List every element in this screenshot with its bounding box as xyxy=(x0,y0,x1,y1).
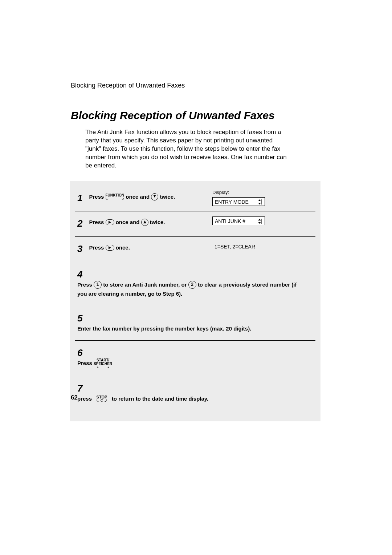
text: to return to the date and time display. xyxy=(112,396,208,402)
text: twice. xyxy=(160,194,175,200)
running-head: Blocking Reception of Unwanted Faxes xyxy=(71,82,325,89)
updown-arrows-icon xyxy=(257,218,262,224)
updown-arrows-icon xyxy=(257,199,262,205)
svg-marker-3 xyxy=(258,219,261,220)
step-4: 4 Press 1 to store an Anti Junk number, … xyxy=(75,262,315,306)
two-key-icon: 2 xyxy=(188,281,196,289)
right-key-icon xyxy=(106,245,114,251)
page-title: Blocking Reception of Unwanted Faxes xyxy=(71,109,325,122)
display-column: 1=SET, 2=CLEAR xyxy=(212,243,269,250)
lcd-display: ENTRY MODE xyxy=(212,197,265,206)
step-instruction: Press START/ SPEICHER xyxy=(77,358,302,369)
step-1: 1 Press FUNKTION once and twice. Display… xyxy=(75,186,315,211)
display-label: Display: xyxy=(212,190,265,195)
step-number: 6 xyxy=(77,347,87,358)
step-instruction: Press 1 to store an Anti Junk number, or… xyxy=(77,280,302,299)
text: Press xyxy=(77,281,94,288)
up-arrow-key-icon xyxy=(141,219,148,226)
page-number: 62 xyxy=(71,394,78,401)
text: to store an Anti Junk number, or xyxy=(103,281,188,288)
step-number: 1 xyxy=(77,193,87,204)
step-instruction: Enter the fax number by pressing the num… xyxy=(77,324,302,333)
text: once and xyxy=(116,219,141,225)
step-7: 7 press STOP to return to the date and t… xyxy=(75,376,315,411)
lcd-display: ANTI JUNK # xyxy=(212,216,265,225)
step-instruction: Press once. xyxy=(89,243,209,252)
step-6: 6 Press START/ SPEICHER xyxy=(75,341,315,376)
right-key-icon xyxy=(106,219,114,225)
text: twice. xyxy=(150,219,165,225)
text: once. xyxy=(116,244,130,251)
stop-key-icon: STOP xyxy=(97,395,107,402)
key-label-bottom: SPEICHER xyxy=(94,362,112,366)
text: Press xyxy=(89,194,105,200)
step-2: 2 Press once and twice. ANTI JUNK # xyxy=(75,211,315,237)
one-key-icon: 1 xyxy=(94,281,102,289)
display-column: Display: ENTRY MODE xyxy=(212,190,265,206)
lcd-text: ANTI JUNK # xyxy=(215,218,245,224)
step-number: 4 xyxy=(77,269,87,280)
manual-page: Blocking Reception of Unwanted Faxes Blo… xyxy=(71,82,325,421)
step-number: 5 xyxy=(77,313,87,324)
step-instruction: press STOP to return to the date and tim… xyxy=(77,394,302,404)
lcd-text: ENTRY MODE xyxy=(215,199,249,205)
text: Press xyxy=(77,360,94,366)
display-column: ANTI JUNK # xyxy=(212,216,265,225)
step-number: 3 xyxy=(77,243,87,255)
step-number: 2 xyxy=(77,218,87,229)
down-arrow-key-icon xyxy=(151,193,158,200)
svg-marker-1 xyxy=(258,203,261,204)
step-instruction: Press once and twice. xyxy=(89,218,209,227)
intro-paragraph: The Anti Junk Fax function allows you to… xyxy=(85,128,287,170)
key-label: FUNKTION xyxy=(106,193,124,197)
text: Press xyxy=(89,244,105,251)
funktion-key-icon: FUNKTION xyxy=(106,194,124,200)
svg-marker-4 xyxy=(258,222,261,224)
step-3: 3 Press once. 1=SET, 2=CLEAR xyxy=(75,237,315,262)
lcd-display-plain: 1=SET, 2=CLEAR xyxy=(212,243,269,250)
text: once and xyxy=(126,194,151,200)
step-number: 7 xyxy=(77,383,87,394)
svg-marker-0 xyxy=(258,199,261,201)
start-speicher-key-icon: START/ SPEICHER xyxy=(94,358,112,368)
steps-container: 1 Press FUNKTION once and twice. Display… xyxy=(70,181,320,422)
text: press xyxy=(77,396,93,402)
step-5: 5 Enter the fax number by pressing the n… xyxy=(75,306,315,341)
text: Press xyxy=(89,219,105,225)
step-instruction: Press FUNKTION once and twice. xyxy=(89,193,209,201)
key-label: STOP xyxy=(97,395,107,399)
